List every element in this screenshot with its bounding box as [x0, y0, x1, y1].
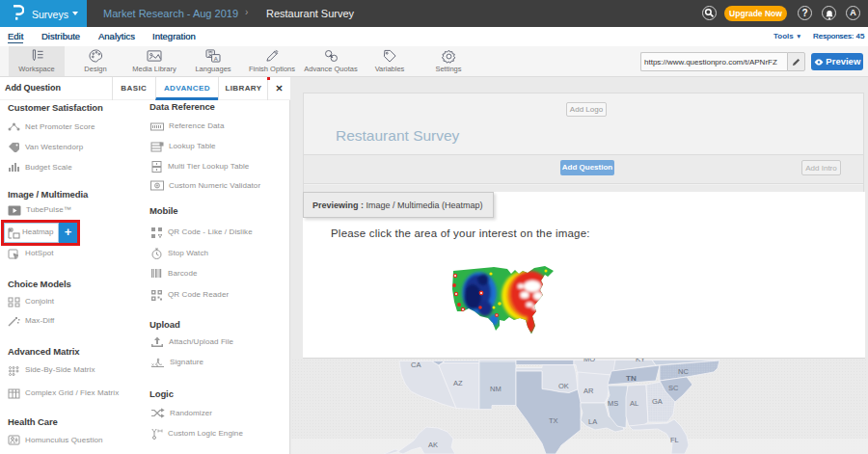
svg-text:CA: CA: [411, 361, 420, 369]
svg-text:MS: MS: [608, 399, 618, 408]
svg-text:AL: AL: [630, 399, 638, 408]
svg-text:GA: GA: [652, 397, 663, 406]
svg-text:TN: TN: [626, 374, 637, 383]
svg-text:MO: MO: [583, 359, 595, 363]
svg-text:NC: NC: [678, 367, 689, 376]
svg-text:OK: OK: [558, 382, 569, 390]
svg-text:LA: LA: [588, 417, 597, 426]
svg-text:SC: SC: [668, 384, 679, 392]
svg-text:AZ: AZ: [453, 379, 463, 387]
svg-text:AR: AR: [583, 387, 594, 395]
svg-text:FL: FL: [670, 436, 679, 444]
svg-text:TX: TX: [549, 416, 558, 425]
svg-text:KY: KY: [636, 359, 645, 363]
svg-text:NM: NM: [490, 385, 502, 393]
svg-text:AK: AK: [428, 441, 438, 449]
